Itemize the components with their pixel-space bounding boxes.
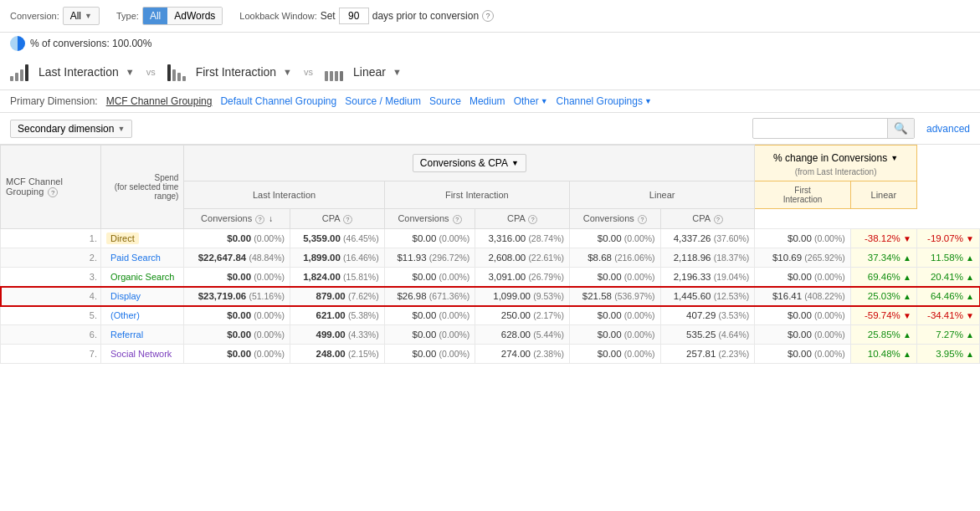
col-header-fi-change: First Interaction <box>755 181 851 209</box>
channel-tag[interactable]: Organic Search <box>106 271 178 283</box>
arrow-down-icon: ▼ <box>966 234 974 243</box>
pct-change-dropdown[interactable]: % change in Conversions ▼ <box>767 150 905 166</box>
model-linear[interactable]: Linear ▼ <box>325 63 402 81</box>
data-table-container: MCF Channel Grouping ? Spend (for select… <box>0 145 980 364</box>
change-lin-cell: -19.07% ▼ <box>916 229 979 248</box>
chevron-down-icon: ▼ <box>126 67 135 77</box>
dim-default-channel[interactable]: Default Channel Grouping <box>220 95 336 107</box>
dim-other[interactable]: Other ▼ <box>514 95 548 107</box>
table-row: 6. Referral $0.00 (0.00%) 499.00 (4.33%)… <box>1 325 980 345</box>
help-icon[interactable]: ? <box>638 215 647 224</box>
lin-conv-cell: 535.25 (4.64%) <box>660 325 755 345</box>
search-button[interactable]: 🔍 <box>887 119 914 138</box>
help-icon[interactable]: ? <box>48 187 58 197</box>
fi-cpa-cell: $0.00 (0.00%) <box>569 306 660 325</box>
model-last-interaction[interactable]: Last Interaction ▼ <box>10 63 135 81</box>
help-icon[interactable]: ? <box>714 215 723 224</box>
search-icon: 🔍 <box>894 122 908 135</box>
dim-channel-groupings[interactable]: Channel Groupings ▼ <box>557 95 652 107</box>
channel-cell: Social Network <box>101 345 184 364</box>
help-icon[interactable]: ? <box>528 215 537 224</box>
lin-cpa-cell: $10.69 (265.92%) <box>755 248 851 268</box>
channel-tag[interactable]: Display <box>106 290 145 302</box>
col-header-fi-cpa: CPA ? <box>475 209 570 229</box>
chevron-down-icon: ▼ <box>511 159 519 167</box>
help-icon[interactable]: ? <box>482 10 494 22</box>
vs-label-2: vs <box>299 67 318 77</box>
conversion-label: Conversion: <box>10 11 59 21</box>
change-fi-cell: 10.48% ▲ <box>850 345 916 364</box>
chevron-down-icon: ▼ <box>541 97 548 105</box>
li-conv-cell: 499.00 (4.33%) <box>290 325 385 345</box>
sort-down-icon: ↓ <box>269 214 273 223</box>
conversions-cpa-dropdown[interactable]: Conversions & CPA ▼ <box>413 154 526 172</box>
type-all-button[interactable]: All <box>143 8 167 24</box>
type-label: Type: <box>116 11 139 21</box>
change-fi-cell: -38.12% ▼ <box>850 229 916 248</box>
lookback-section: Lookback Window: Set 90 days prior to co… <box>239 8 494 24</box>
advanced-link[interactable]: advanced <box>926 123 970 135</box>
channel-tag[interactable]: Direct <box>106 233 139 244</box>
fi-conv-cell: 1,099.00 (9.53%) <box>475 287 570 306</box>
li-cpa-cell: $0.00 (0.00%) <box>384 229 475 248</box>
channel-cell: Paid Search <box>101 248 184 268</box>
change-fi-cell: 69.46% ▲ <box>850 268 916 287</box>
first-interaction-label: First Interaction <box>196 65 276 79</box>
li-conv-cell: 248.00 (2.15%) <box>290 345 385 364</box>
fi-conv-cell: 3,091.00 (26.79%) <box>475 268 570 287</box>
help-icon[interactable]: ? <box>453 215 462 224</box>
row-number: 7. <box>1 345 101 364</box>
fi-cpa-cell: $0.00 (0.00%) <box>569 229 660 248</box>
vs-label-1: vs <box>141 67 161 77</box>
channel-tag[interactable]: Referral <box>106 329 147 340</box>
li-cpa-cell: $26.98 (671.36%) <box>384 287 475 306</box>
type-section: Type: All AdWords <box>116 7 223 25</box>
row-number: 1. <box>1 229 101 248</box>
arrow-up-icon: ▲ <box>903 253 911 263</box>
col-header-last-interaction: Last Interaction <box>184 181 384 209</box>
conversion-dropdown[interactable]: All ▼ <box>63 7 100 25</box>
li-cpa-cell: $11.93 (296.72%) <box>384 248 475 268</box>
spend-cell: $0.00 (0.00%) <box>184 306 290 325</box>
change-fi-cell: 37.34% ▲ <box>850 248 916 268</box>
col-header-lin-change: Linear <box>850 181 916 209</box>
search-input[interactable] <box>753 120 887 137</box>
help-icon[interactable]: ? <box>343 215 352 224</box>
fi-conv-cell: 3,316.00 (28.74%) <box>475 229 570 248</box>
change-fi-cell: 25.85% ▲ <box>850 325 916 345</box>
col-header-lin-cpa: CPA ? <box>660 209 755 229</box>
change-lin-cell: 7.27% ▲ <box>916 325 979 345</box>
lookback-days-input[interactable]: 90 <box>339 8 369 24</box>
model-selector: Last Interaction ▼ vs First Interaction … <box>0 54 980 90</box>
chevron-down-icon: ▼ <box>85 12 92 20</box>
arrow-up-icon: ▲ <box>966 273 974 282</box>
arrow-down-icon: ▼ <box>903 234 911 243</box>
dim-medium[interactable]: Medium <box>469 95 505 107</box>
channel-tag[interactable]: Social Network <box>106 348 176 360</box>
help-icon[interactable]: ? <box>255 215 264 224</box>
col-header-first-interaction: First Interaction <box>384 181 569 209</box>
linear-label: Linear <box>353 65 386 79</box>
fi-cpa-cell: $0.00 (0.00%) <box>569 268 660 287</box>
secondary-dimension-button[interactable]: Secondary dimension ▼ <box>10 120 132 138</box>
dim-source-medium[interactable]: Source / Medium <box>345 95 421 107</box>
channel-tag[interactable]: Paid Search <box>106 252 165 263</box>
type-adwords-button[interactable]: AdWords <box>167 8 222 24</box>
lin-conv-cell: 407.29 (3.53%) <box>660 306 755 325</box>
change-lin-cell: -34.41% ▼ <box>916 306 979 325</box>
table-row: 7. Social Network $0.00 (0.00%) 248.00 (… <box>1 345 980 364</box>
model-first-interaction[interactable]: First Interaction ▼ <box>167 63 292 81</box>
arrow-up-icon: ▲ <box>966 292 974 301</box>
li-cpa-cell: $0.00 (0.00%) <box>384 345 475 364</box>
spend-cell: $0.00 (0.00%) <box>184 229 290 248</box>
lin-cpa-cell: $16.41 (408.22%) <box>755 287 851 306</box>
col-header-li-conv: Conversions ? ↓ <box>184 209 290 229</box>
li-cpa-cell: $0.00 (0.00%) <box>384 325 475 345</box>
col-header-conversions-cpa: Conversions & CPA ▼ <box>184 146 755 181</box>
lin-conv-cell: 4,337.26 (37.60%) <box>660 229 755 248</box>
lin-conv-cell: 1,445.60 (12.53%) <box>660 287 755 306</box>
channel-tag[interactable]: (Other) <box>106 309 144 321</box>
change-fi-cell: 25.03% ▲ <box>850 287 916 306</box>
dim-source[interactable]: Source <box>429 95 461 107</box>
arrow-up-icon: ▲ <box>966 253 974 263</box>
